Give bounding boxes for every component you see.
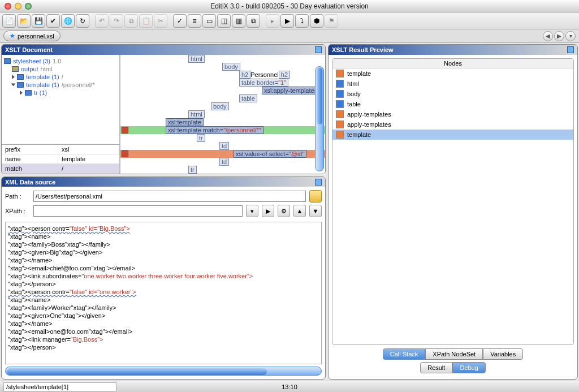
tree-item[interactable]: output html: [4, 65, 117, 73]
property-row[interactable]: match/: [2, 164, 119, 174]
xml-line[interactable]: "xtag"><link manager="Big.Boss">: [8, 335, 319, 343]
xml-line[interactable]: "xtag"></name>: [8, 256, 319, 264]
code-line[interactable]: table border="1": [120, 79, 325, 87]
tree-item[interactable]: stylesheet (3) 1.0: [4, 57, 117, 65]
code-line[interactable]: xsl:apply-templates: [120, 87, 325, 94]
split-v-button[interactable]: ◫: [217, 14, 231, 28]
tab-prev-button[interactable]: ◀: [543, 31, 553, 41]
node-row[interactable]: html: [332, 79, 573, 89]
check-icon[interactable]: ✓: [173, 14, 187, 28]
tab-next-button[interactable]: ▶: [554, 31, 564, 41]
xpath-up-button[interactable]: ▲: [293, 205, 306, 217]
code-line[interactable]: tr: [120, 134, 325, 142]
file-tab[interactable]: ★ personnel.xsl: [3, 31, 61, 41]
property-row[interactable]: prefixxsl: [2, 145, 119, 154]
redo-button[interactable]: ↷: [110, 14, 123, 28]
breakpoint-icon[interactable]: [122, 150, 128, 157]
tree-item[interactable]: tr (1): [4, 89, 117, 97]
xml-source-view[interactable]: "xtag"><person contr="false" id="Big.Bos…: [5, 222, 322, 364]
xml-line[interactable]: "xtag"><name>: [8, 232, 319, 240]
format-button[interactable]: ≡: [188, 14, 201, 28]
debug-over-button[interactable]: ⤵: [295, 14, 309, 28]
code-line[interactable]: h2Personnelh2: [120, 71, 325, 79]
debug-step-button[interactable]: ▸: [266, 14, 279, 28]
segment-tab[interactable]: Variables: [483, 348, 523, 360]
code-line[interactable]: tr: [120, 166, 325, 174]
new-file-button[interactable]: 📄: [2, 14, 16, 28]
property-row[interactable]: nametemplate: [2, 154, 119, 164]
xml-line[interactable]: "xtag"><email>chief@foo.com"xtag"></emai…: [8, 264, 319, 272]
expand-arrow-icon[interactable]: [11, 84, 16, 87]
breakpoint-icon[interactable]: [122, 127, 128, 133]
path-input[interactable]: [33, 191, 306, 202]
node-row[interactable]: template: [332, 68, 573, 79]
tab-menu-button[interactable]: ▾: [565, 31, 576, 41]
clone-button[interactable]: ⧉: [247, 14, 260, 28]
expand-arrow-icon[interactable]: [20, 91, 23, 95]
xml-line[interactable]: "xtag"><given>Big"xtag"></given>: [8, 248, 319, 256]
xml-line[interactable]: "xtag"><given>One"xtag"></given>: [8, 312, 319, 320]
open-file-button[interactable]: 📂: [17, 14, 31, 28]
paste-button[interactable]: 📋: [139, 14, 153, 28]
split-h-button[interactable]: ▭: [202, 14, 216, 28]
undo-button[interactable]: ↶: [95, 14, 109, 28]
node-row[interactable]: apply-templates: [332, 119, 573, 130]
xpath-input[interactable]: [33, 205, 243, 217]
document-view[interactable]: htmlbodyh2Personnelh2table border="1"xsl…: [120, 55, 325, 174]
code-line[interactable]: xsl:template match="/personnel/*": [120, 126, 325, 134]
code-line[interactable]: body: [120, 102, 325, 110]
tree-item[interactable]: template (1) /: [4, 73, 117, 81]
status-path-input[interactable]: [3, 382, 116, 391]
segment-tab[interactable]: Result: [420, 362, 452, 373]
tree-item[interactable]: template (1) /personnel/*: [4, 81, 117, 89]
node-row[interactable]: template: [332, 130, 573, 140]
code-line[interactable]: body: [120, 63, 325, 71]
xml-line[interactable]: "xtag"><person contr="false" id="Big.Bos…: [8, 225, 319, 232]
panel-toggle-icon[interactable]: [567, 46, 574, 53]
code-line[interactable]: html: [120, 55, 325, 63]
expand-arrow-icon[interactable]: [12, 75, 15, 79]
xpath-tool-button[interactable]: ⚙: [278, 205, 290, 217]
horizontal-scrollbar[interactable]: [5, 367, 322, 376]
code-line[interactable]: xsl:template: [120, 118, 325, 126]
xml-line[interactable]: "xtag"><link subordinates="one.worker tw…: [8, 272, 319, 280]
code-line[interactable]: xsl:value-of select="@id": [120, 150, 325, 158]
code-line[interactable]: html: [120, 110, 325, 118]
validate-button[interactable]: ✔: [46, 14, 60, 28]
browse-button[interactable]: 🌐: [61, 14, 75, 28]
outline-tree[interactable]: stylesheet (3) 1.0output htmltemplate (1…: [2, 55, 119, 144]
xml-line[interactable]: "xtag"><person contr="false" id="one.wor…: [8, 288, 319, 296]
debug-marker-button[interactable]: ⚑: [325, 14, 338, 28]
save-button[interactable]: 💾: [32, 14, 45, 28]
copy-button[interactable]: ⧉: [124, 14, 138, 28]
xml-line[interactable]: "xtag"><family>Boss"xtag"></family>: [8, 240, 319, 248]
code-line[interactable]: td: [120, 142, 325, 150]
vertical-scrollbar[interactable]: [315, 66, 324, 171]
segment-tab[interactable]: XPath NodeSet: [425, 348, 483, 360]
xml-line[interactable]: "xtag"><name>: [8, 296, 319, 304]
code-line[interactable]: td: [120, 158, 325, 166]
cut-button[interactable]: ✂: [154, 14, 167, 28]
panes-button[interactable]: ▥: [232, 14, 245, 28]
xpath-down-button[interactable]: ▼: [309, 205, 322, 217]
xml-line[interactable]: "xtag"></person>: [8, 343, 319, 351]
panel-toggle-icon[interactable]: [315, 46, 322, 53]
segment-tab[interactable]: Call Stack: [383, 348, 426, 360]
debug-run-button[interactable]: ▶: [280, 14, 294, 28]
node-row[interactable]: body: [332, 89, 573, 99]
segment-tab[interactable]: Debug: [452, 362, 485, 373]
node-row[interactable]: apply-templates: [332, 109, 573, 119]
xpath-dropdown-button[interactable]: ▾: [246, 205, 258, 217]
xml-line[interactable]: "xtag"><email>one@foo.com"xtag"></email>: [8, 328, 319, 335]
nodes-list[interactable]: templatehtmlbodytableapply-templatesappl…: [332, 68, 573, 344]
xml-line[interactable]: "xtag"></name>: [8, 320, 319, 328]
xml-line[interactable]: "xtag"><family>Worker"xtag"></family>: [8, 304, 319, 312]
panel-toggle-icon[interactable]: [315, 179, 322, 186]
browse-folder-button[interactable]: [309, 190, 322, 203]
code-line[interactable]: table: [120, 94, 325, 102]
xml-line[interactable]: "xtag"></person>: [8, 280, 319, 288]
node-row[interactable]: table: [332, 99, 573, 109]
debug-stop-button[interactable]: ⬢: [310, 14, 323, 28]
refresh-button[interactable]: ↻: [76, 14, 89, 28]
xpath-run-button[interactable]: ▶: [262, 205, 274, 217]
